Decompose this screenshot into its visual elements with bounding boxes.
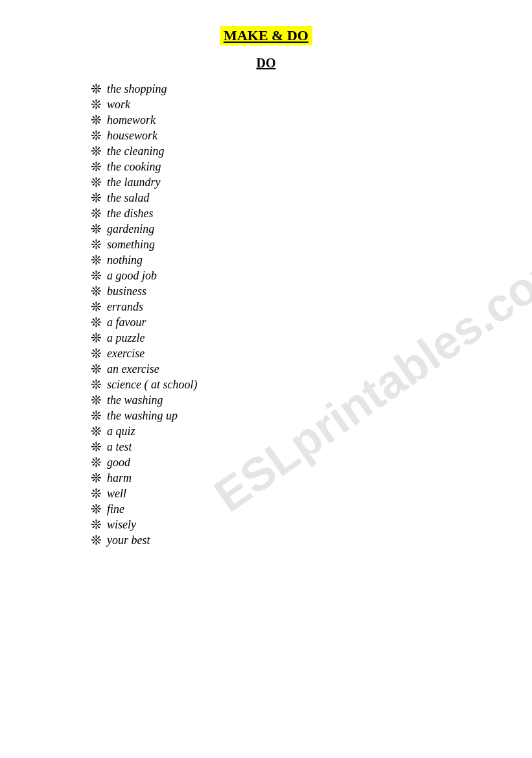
bullet-icon: ❊ [91, 440, 102, 453]
list-item-text: a good job [107, 270, 157, 281]
bullet-icon: ❊ [91, 471, 102, 484]
bullet-icon: ❊ [91, 300, 102, 313]
list-item-text: an exercise [107, 363, 159, 375]
list-item: ❊harm [91, 471, 493, 484]
bullet-icon: ❊ [91, 378, 102, 391]
bullet-icon: ❊ [91, 394, 102, 407]
list-item-text: the shopping [107, 83, 167, 95]
list-item: ❊the dishes [91, 207, 493, 220]
list-item-text: housework [107, 130, 157, 141]
bullet-icon: ❊ [91, 316, 102, 329]
list-item-text: errands [107, 301, 143, 313]
bullet-icon: ❊ [91, 331, 102, 344]
bullet-icon: ❊ [91, 129, 102, 142]
bullet-icon: ❊ [91, 238, 102, 251]
list-item: ❊the salad [91, 191, 493, 204]
list-item-text: well [107, 488, 126, 499]
list-item: ❊errands [91, 300, 493, 313]
main-title: MAKE & DO [220, 26, 312, 45]
list-item: ❊a favour [91, 316, 493, 329]
list-item-text: science ( at school) [107, 379, 197, 390]
list-item: ❊homework [91, 113, 493, 126]
list-item: ❊work [91, 98, 493, 111]
list-item: ❊the washing up [91, 409, 493, 422]
list-item-text: a quiz [107, 425, 135, 437]
do-list: ❊the shopping❊work❊homework❊housework❊th… [39, 82, 493, 547]
list-item-text: homework [107, 114, 156, 126]
list-item-text: harm [107, 472, 132, 484]
list-item: ❊a test [91, 440, 493, 453]
list-item-text: a test [107, 441, 132, 453]
bullet-icon: ❊ [91, 82, 102, 95]
bullet-icon: ❊ [91, 347, 102, 360]
bullet-icon: ❊ [91, 518, 102, 531]
list-item: ❊gardening [91, 222, 493, 235]
list-item: ❊the shopping [91, 82, 493, 95]
list-item: ❊the laundry [91, 176, 493, 189]
list-item-text: the cooking [107, 161, 161, 172]
list-item: ❊good [91, 456, 493, 469]
bullet-icon: ❊ [91, 191, 102, 204]
list-item: ❊the washing [91, 394, 493, 407]
content: MAKE & DO DO ❊the shopping❊work❊homework… [39, 26, 493, 547]
list-item: ❊a good job [91, 269, 493, 282]
bullet-icon: ❊ [91, 222, 102, 235]
list-item-text: the washing [107, 394, 163, 406]
bullet-icon: ❊ [91, 534, 102, 547]
list-item-text: the laundry [107, 176, 161, 188]
list-item: ❊science ( at school) [91, 378, 493, 391]
bullet-icon: ❊ [91, 113, 102, 126]
list-item-text: the cleaning [107, 145, 164, 157]
bullet-icon: ❊ [91, 160, 102, 173]
list-item: ❊a quiz [91, 425, 493, 438]
list-item-text: nothing [107, 254, 143, 266]
list-item: ❊business [91, 285, 493, 298]
list-item-text: work [107, 99, 130, 110]
list-item: ❊the cooking [91, 160, 493, 173]
list-item-text: something [107, 239, 155, 250]
list-item-text: exercise [107, 348, 145, 359]
list-item: ❊housework [91, 129, 493, 142]
bullet-icon: ❊ [91, 98, 102, 111]
list-item: ❊ a puzzle [91, 331, 493, 344]
bullet-icon: ❊ [91, 362, 102, 375]
bullet-icon: ❊ [91, 409, 102, 422]
section-header: DO [39, 56, 493, 71]
list-item-text: the dishes [107, 207, 154, 219]
bullet-icon: ❊ [91, 145, 102, 158]
bullet-icon: ❊ [91, 487, 102, 500]
bullet-icon: ❊ [91, 285, 102, 298]
list-item: ❊wisely [91, 518, 493, 531]
list-item-text: wisely [107, 519, 136, 530]
bullet-icon: ❊ [91, 456, 102, 469]
list-item-text: good [107, 456, 130, 468]
bullet-icon: ❊ [91, 425, 102, 438]
list-item-text: a puzzle [107, 332, 145, 344]
bullet-icon: ❊ [91, 269, 102, 282]
list-item-text: fine [107, 503, 124, 515]
list-item: ❊an exercise [91, 362, 493, 375]
list-item-text: the washing up [107, 410, 178, 421]
list-item: ❊the cleaning [91, 145, 493, 158]
bullet-icon: ❊ [91, 176, 102, 189]
list-item: ❊well [91, 487, 493, 500]
list-item: ❊something [91, 238, 493, 251]
list-item-text: business [107, 285, 146, 297]
list-item: ❊exercise [91, 347, 493, 360]
list-item-text: gardening [107, 223, 154, 235]
list-item: ❊your best [91, 534, 493, 547]
page: ESLprintables.com MAKE & DO DO ❊the shop… [0, 0, 532, 758]
list-item-text: a favour [107, 316, 146, 328]
bullet-icon: ❊ [91, 503, 102, 515]
list-item-text: your best [107, 534, 150, 546]
bullet-icon: ❊ [91, 207, 102, 220]
list-item: ❊fine [91, 503, 493, 515]
list-item-text: the salad [107, 192, 150, 204]
list-item: ❊nothing [91, 254, 493, 266]
bullet-icon: ❊ [91, 254, 102, 266]
